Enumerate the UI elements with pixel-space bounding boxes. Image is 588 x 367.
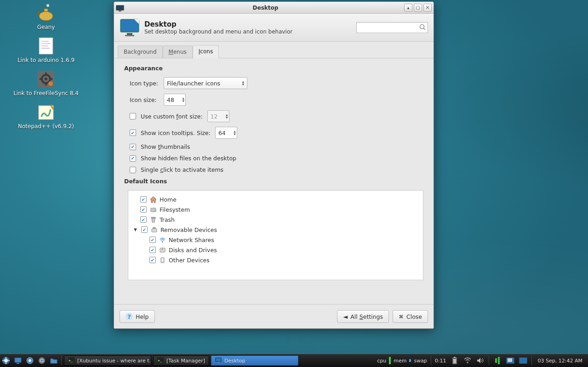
- mem-label[interactable]: mem: [392, 358, 408, 364]
- tooltips-size-spinner[interactable]: 64 ▲▼: [215, 127, 237, 139]
- other-checkbox[interactable]: [149, 257, 156, 263]
- svg-rect-38: [15, 358, 21, 362]
- svg-point-10: [45, 78, 47, 80]
- svg-rect-22: [127, 33, 132, 35]
- single-click-checkbox[interactable]: [130, 167, 136, 173]
- tab-icons[interactable]: Icons: [193, 45, 219, 58]
- spinner-arrows-icon[interactable]: ▲▼: [234, 130, 236, 136]
- titlebar[interactable]: Desktop ▴ ▢ ✕: [114, 2, 434, 14]
- list-item-other[interactable]: Other Devices: [133, 255, 418, 265]
- show-desktop-button[interactable]: [13, 356, 23, 366]
- desktop-icon-arduino[interactable]: Link to arduino 1.6.9: [9, 37, 83, 63]
- chevron-updown-icon: ▲▼: [242, 80, 244, 86]
- window-monitor-icon: [116, 5, 124, 11]
- svg-rect-23: [125, 35, 134, 36]
- home-checkbox[interactable]: [140, 196, 147, 203]
- cpu-label[interactable]: cpu: [376, 358, 388, 364]
- desktop-icon-label: Notepad++ (v6.9.2): [18, 123, 74, 130]
- help-button[interactable]: ? Help: [120, 310, 155, 323]
- chrome-button[interactable]: [37, 356, 47, 366]
- tooltips-checkbox[interactable]: [130, 130, 136, 136]
- window-close-button[interactable]: ✕: [423, 4, 432, 12]
- svg-rect-30: [152, 229, 157, 232]
- all-settings-button[interactable]: ◄ All Settings: [337, 310, 389, 323]
- taskbar-entry-xubuntu[interactable]: ▸_ [Xubuntu issue - where are t...: [64, 356, 151, 366]
- svg-point-54: [467, 362, 468, 363]
- disks-checkbox[interactable]: [149, 247, 156, 253]
- tab-body-icons: Appearance Icon type: File/launcher icon…: [114, 58, 434, 304]
- workspace-2-icon[interactable]: [518, 356, 528, 366]
- custom-font-spinner: 12 ▲▼: [207, 110, 229, 122]
- trash-checkbox[interactable]: [140, 216, 147, 223]
- button-label: All Settings: [350, 313, 383, 320]
- device-icon: [159, 256, 166, 264]
- clock[interactable]: 03 Sep, 12:42 AM: [534, 358, 586, 364]
- svg-rect-16: [39, 106, 53, 119]
- browser-button[interactable]: [25, 356, 35, 366]
- close-button[interactable]: ✖ Close: [393, 310, 428, 323]
- svg-point-28: [154, 210, 155, 211]
- window-up-button[interactable]: ▴: [404, 4, 412, 12]
- cpu-graph-icon[interactable]: [492, 356, 502, 366]
- custom-font-checkbox[interactable]: [130, 113, 136, 119]
- svg-point-0: [39, 11, 53, 21]
- list-item-label: Home: [160, 196, 177, 203]
- taskbar-entry-desktop[interactable]: Desktop: [211, 356, 298, 366]
- battery-time[interactable]: 0:11: [434, 358, 448, 364]
- workspace-1-icon[interactable]: [505, 356, 515, 366]
- filesystem-checkbox[interactable]: [140, 206, 147, 213]
- svg-point-2: [46, 4, 49, 7]
- list-item-disks[interactable]: Disks and Drives: [133, 245, 418, 255]
- svg-marker-26: [150, 197, 156, 203]
- terminal-icon: ▸_: [68, 357, 74, 364]
- tabs: Background Menus Icons: [114, 42, 434, 58]
- icon-size-spinner[interactable]: 48 ▲▼: [164, 94, 186, 106]
- taskbar-entry-taskmanager[interactable]: ▸_ [Task Manager]: [153, 356, 209, 366]
- default-icons-listbox[interactable]: Home Filesystem Trash ▼ Removable Device…: [128, 190, 423, 280]
- desktop-icon-geany[interactable]: Geany: [9, 4, 83, 30]
- desktop-icon-label: Geany: [37, 24, 55, 30]
- wifi-tray-icon[interactable]: [462, 356, 473, 366]
- appearance-section-title: Appearance: [124, 65, 423, 72]
- system-tray: cpu mem swap 0:11 03 Sep, 12:42 AM: [376, 356, 588, 366]
- tab-menus[interactable]: Menus: [163, 45, 193, 58]
- icon-type-label: Icon type:: [130, 80, 159, 87]
- list-item-label: Disks and Drives: [169, 247, 217, 254]
- svg-marker-55: [477, 358, 480, 363]
- tooltips-value: 64: [218, 130, 226, 136]
- list-item-label: Network Shares: [169, 237, 214, 243]
- list-item-label: Removable Devices: [160, 226, 217, 233]
- svg-rect-19: [119, 11, 121, 11]
- volume-tray-icon[interactable]: [475, 356, 485, 366]
- spinner-arrows-icon[interactable]: ▲▼: [182, 97, 184, 102]
- icon-type-select[interactable]: File/launcher icons ▲▼: [164, 77, 247, 89]
- desktop-icon-label: Link to FreeFileSync 8.4: [13, 90, 79, 96]
- network-checkbox[interactable]: [149, 237, 156, 243]
- wifi-icon: [159, 236, 166, 243]
- tab-background[interactable]: Background: [118, 45, 163, 58]
- svg-rect-18: [116, 6, 124, 10]
- back-arrow-icon: ◄: [343, 313, 348, 320]
- list-item-trash[interactable]: Trash: [133, 215, 418, 225]
- desktop-icon-freefilesync[interactable]: Link to FreeFileSync 8.4: [9, 70, 83, 96]
- thumbnails-checkbox[interactable]: [130, 144, 136, 150]
- hidden-files-checkbox[interactable]: [130, 155, 136, 162]
- list-item-home[interactable]: Home: [133, 194, 418, 204]
- swap-label[interactable]: swap: [412, 358, 428, 364]
- window-footer: ? Help ◄ All Settings ✖ Close: [114, 304, 434, 328]
- start-menu-button[interactable]: [1, 356, 11, 366]
- list-item-network[interactable]: Network Shares: [133, 235, 418, 245]
- file-manager-button[interactable]: [49, 356, 59, 366]
- window-maximize-button[interactable]: ▢: [414, 4, 422, 12]
- list-item-filesystem[interactable]: Filesystem: [133, 204, 418, 215]
- header-search[interactable]: [356, 22, 428, 33]
- single-click-label: Single click to activate items: [141, 166, 223, 173]
- battery-icon[interactable]: [450, 356, 460, 366]
- svg-rect-29: [151, 217, 155, 218]
- removable-checkbox[interactable]: [141, 226, 148, 233]
- expand-toggle[interactable]: ▼: [134, 227, 138, 232]
- list-item-removable[interactable]: ▼ Removable Devices: [133, 225, 418, 235]
- tooltips-label: Show icon tooltips. Size:: [141, 130, 211, 136]
- desktop-icon-notepadpp[interactable]: Notepad++ (v6.9.2): [9, 103, 83, 130]
- taskbar: ▸_ [Xubuntu issue - where are t... ▸_ [T…: [0, 354, 588, 367]
